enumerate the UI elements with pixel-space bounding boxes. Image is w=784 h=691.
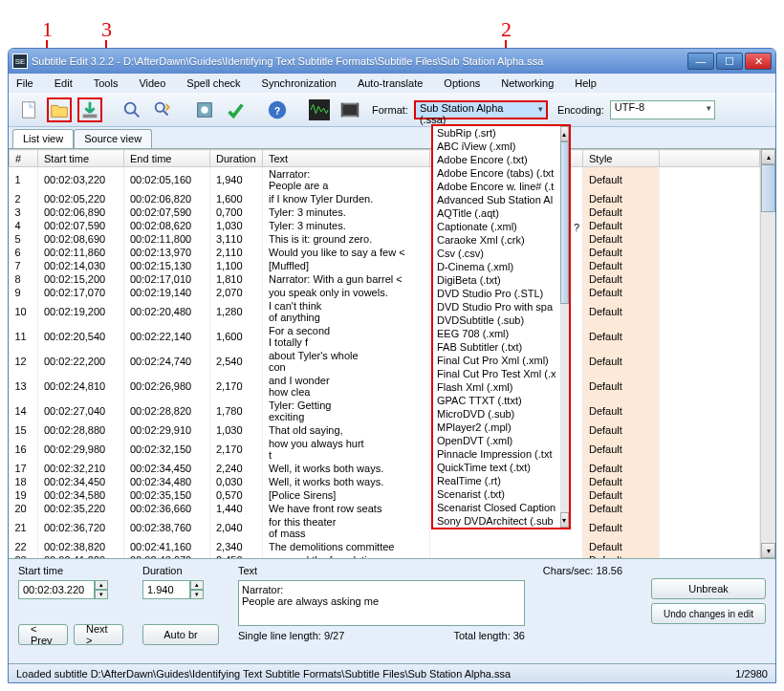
dd-scroll-thumb[interactable] bbox=[560, 141, 570, 304]
format-dropdown[interactable]: SubRip (.srt)ABC iView (.xml)Adobe Encor… bbox=[431, 124, 571, 529]
format-option[interactable]: DVDSubtitle (.sub) bbox=[433, 313, 560, 327]
format-option[interactable]: MicroDVD (.sub) bbox=[433, 407, 560, 421]
format-option[interactable]: SubRip (.srt) bbox=[433, 126, 560, 140]
next-button[interactable]: Next > bbox=[74, 624, 123, 645]
format-option[interactable]: OpenDVT (.xml) bbox=[433, 434, 560, 447]
maximize-button[interactable]: ☐ bbox=[716, 53, 743, 70]
format-option[interactable]: Csv (.csv) bbox=[433, 247, 560, 260]
menu-edit[interactable]: Edit bbox=[54, 77, 73, 89]
format-option[interactable]: Final Cut Pro Test Xml (.x bbox=[433, 367, 560, 380]
table-row[interactable]: 1900:02:34,58000:02:35,1500,570[Police S… bbox=[10, 488, 760, 502]
menu-file[interactable]: File bbox=[16, 77, 33, 89]
table-row[interactable]: 900:02:17,07000:02:19,1402,070you speak … bbox=[10, 286, 760, 299]
format-option[interactable]: DigiBeta (.txt) bbox=[433, 273, 560, 287]
table-row[interactable]: 2100:02:36,72000:02:38,7602,040for this … bbox=[10, 515, 760, 540]
format-option[interactable]: Adobe Encore (tabs) (.txt bbox=[433, 166, 560, 180]
starttime-input[interactable] bbox=[18, 580, 95, 599]
table-row[interactable]: 1700:02:32,21000:02:34,4502,240Well, it … bbox=[10, 462, 760, 475]
format-select[interactable]: Sub Station Alpha (.ssa) bbox=[414, 100, 548, 119]
menu-networking[interactable]: Networking bbox=[501, 77, 554, 89]
format-option[interactable]: Pinnacle Impression (.txt bbox=[433, 447, 560, 461]
encoding-select[interactable]: UTF-8 bbox=[610, 100, 715, 119]
format-option[interactable]: Captionate (.xml) bbox=[433, 220, 560, 233]
menu-sync[interactable]: Synchronization bbox=[262, 77, 337, 89]
table-row[interactable]: 100:02:03,22000:02:05,1601,940Narrator: … bbox=[10, 167, 760, 193]
table-row[interactable]: 1500:02:28,88000:02:29,9101,030That old … bbox=[10, 423, 760, 437]
format-option[interactable]: DVD Studio Pro with spa bbox=[433, 300, 560, 313]
menu-spellcheck[interactable]: Spell check bbox=[186, 77, 240, 89]
minimize-button[interactable]: — bbox=[687, 53, 714, 70]
close-button[interactable]: ✕ bbox=[745, 53, 772, 70]
format-option[interactable]: Advanced Sub Station Al bbox=[433, 193, 560, 206]
scroll-up-icon[interactable]: ▴ bbox=[761, 149, 775, 164]
format-option[interactable]: Adobe Encore (.txt) bbox=[433, 153, 560, 166]
table-row[interactable]: 200:02:05,22000:02:06,8201,600if I know … bbox=[10, 192, 760, 205]
table-row[interactable]: 2200:02:38,82000:02:41,1602,340The demol… bbox=[10, 540, 760, 553]
table-row[interactable]: 300:02:06,89000:02:07,5900,700Tyler: 3 m… bbox=[10, 205, 760, 219]
col-text[interactable]: Text bbox=[263, 150, 430, 167]
dd-scroll-up-icon[interactable]: ▴ bbox=[560, 126, 570, 141]
table-row[interactable]: 1200:02:22,20000:02:24,7402,540about Tyl… bbox=[10, 349, 760, 374]
find-icon[interactable] bbox=[120, 97, 144, 122]
dur-down-icon[interactable]: ▾ bbox=[190, 590, 204, 599]
format-option[interactable]: Adobe Encore w. line# (.t bbox=[433, 180, 560, 193]
format-option[interactable]: MPlayer2 (.mpl) bbox=[433, 421, 560, 434]
table-row[interactable]: 1400:02:27,04000:02:28,8201,780Tyler: Ge… bbox=[10, 399, 760, 423]
format-option[interactable]: Sony DVDArchitect (.sub bbox=[433, 514, 560, 528]
menu-help[interactable]: Help bbox=[575, 77, 597, 89]
format-option[interactable]: ABC iView (.xml) bbox=[433, 140, 560, 153]
prev-button[interactable]: < Prev bbox=[18, 624, 68, 645]
format-option[interactable]: Scenarist Closed Caption bbox=[433, 501, 560, 514]
unbreak-button[interactable]: Unbreak bbox=[651, 578, 766, 599]
table-row[interactable]: 1300:02:24,81000:02:26,9802,170and I won… bbox=[10, 374, 760, 399]
table-row[interactable]: 1800:02:34,45000:02:34,4800,030Well, it … bbox=[10, 475, 760, 488]
new-icon[interactable] bbox=[16, 97, 41, 122]
format-option[interactable]: Final Cut Pro Xml (.xml) bbox=[433, 354, 560, 367]
waveform-icon[interactable] bbox=[307, 97, 332, 122]
col-start[interactable]: Start time bbox=[38, 150, 124, 167]
table-row[interactable]: 600:02:11,86000:02:13,9702,110Would you … bbox=[10, 246, 760, 259]
format-option[interactable]: D-Cinema (.xml) bbox=[433, 260, 560, 273]
format-option[interactable]: Flash Xml (.xml) bbox=[433, 380, 560, 394]
col-end[interactable]: End time bbox=[124, 150, 210, 167]
save-icon[interactable] bbox=[77, 97, 102, 122]
format-option[interactable]: AQTitle (.aqt) bbox=[433, 206, 560, 220]
dur-up-icon[interactable]: ▴ bbox=[190, 580, 204, 590]
duration-input[interactable] bbox=[142, 580, 190, 599]
table-row[interactable]: 2000:02:35,22000:02:36,6601,440We have f… bbox=[10, 502, 760, 515]
menu-autotranslate[interactable]: Auto-translate bbox=[358, 77, 423, 89]
autobr-button[interactable]: Auto br bbox=[142, 624, 219, 645]
table-row[interactable]: 500:02:08,69000:02:11,8003,110This is it… bbox=[10, 232, 760, 246]
format-option[interactable]: EEG 708 (.xml) bbox=[433, 327, 560, 340]
video-icon[interactable] bbox=[338, 97, 362, 122]
grid-scrollbar[interactable]: ▴ ▾ bbox=[760, 149, 775, 558]
scroll-thumb[interactable] bbox=[761, 164, 775, 212]
start-up-icon[interactable]: ▴ bbox=[95, 580, 108, 590]
spellcheck-icon[interactable] bbox=[223, 97, 248, 122]
menu-video[interactable]: Video bbox=[139, 77, 165, 89]
replace-icon[interactable] bbox=[150, 97, 175, 122]
settings-icon[interactable] bbox=[192, 97, 217, 122]
table-row[interactable]: 1000:02:19,20000:02:20,4801,280I can't t… bbox=[10, 299, 760, 324]
format-option[interactable]: Caraoke Xml (.crk) bbox=[433, 233, 560, 247]
start-down-icon[interactable]: ▾ bbox=[95, 590, 108, 599]
format-option[interactable]: GPAC TTXT (.ttxt) bbox=[433, 394, 560, 407]
text-input[interactable]: Narrator: People are always asking me bbox=[238, 580, 525, 626]
table-row[interactable]: 1100:02:20,54000:02:22,1401,600For a sec… bbox=[10, 324, 760, 349]
help-icon[interactable]: ? bbox=[265, 97, 290, 122]
format-option[interactable]: RealTime (.rt) bbox=[433, 474, 560, 487]
tab-sourceview[interactable]: Source view bbox=[74, 129, 152, 148]
scroll-down-icon[interactable]: ▾ bbox=[761, 543, 775, 558]
dd-scroll-down-icon[interactable]: ▾ bbox=[560, 512, 570, 528]
format-option[interactable]: Scenarist (.txt) bbox=[433, 487, 560, 501]
table-row[interactable]: 400:02:07,59000:02:08,6201,030Tyler: 3 m… bbox=[10, 219, 760, 232]
tab-listview[interactable]: List view bbox=[12, 129, 74, 148]
undo-button[interactable]: Undo changes in edit bbox=[651, 603, 766, 624]
table-row[interactable]: 1600:02:29,98000:02:32,1502,170how you a… bbox=[10, 437, 760, 462]
col-style[interactable]: Style bbox=[583, 150, 660, 167]
open-icon[interactable] bbox=[47, 97, 72, 122]
table-row[interactable]: 700:02:14,03000:02:15,1301,100[Muffled]D… bbox=[10, 259, 760, 272]
col-num[interactable]: # bbox=[10, 150, 38, 167]
format-option[interactable]: QuickTime text (.txt) bbox=[433, 461, 560, 474]
col-dur[interactable]: Duration bbox=[210, 150, 263, 167]
